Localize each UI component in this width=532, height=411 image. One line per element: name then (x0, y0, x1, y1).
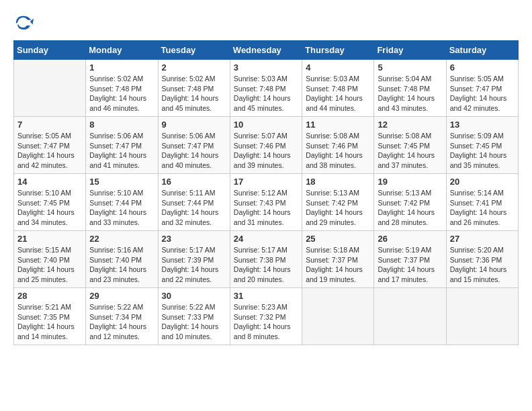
day-number: 15 (89, 177, 154, 187)
sunset-text: Sunset: 7:43 PM (234, 198, 298, 208)
day-number: 16 (162, 177, 226, 187)
sunset-text: Sunset: 7:39 PM (162, 255, 226, 265)
sunset-text: Sunset: 7:45 PM (17, 198, 82, 208)
calendar-cell: 4 Sunrise: 5:03 AM Sunset: 7:48 PM Dayli… (302, 60, 374, 117)
daylight-text: Daylight: 14 hours (234, 93, 298, 103)
calendar-week-3: 14 Sunrise: 5:10 AM Sunset: 7:45 PM Dayl… (14, 174, 519, 231)
sunset-text: Sunset: 7:48 PM (162, 84, 226, 94)
minutes-text: and 38 minutes. (306, 161, 370, 171)
sunset-text: Sunset: 7:44 PM (89, 198, 154, 208)
sunrise-text: Sunrise: 5:10 AM (17, 188, 82, 198)
sunset-text: Sunset: 7:40 PM (17, 255, 82, 265)
sunrise-text: Sunrise: 5:06 AM (89, 131, 154, 141)
daylight-text: Daylight: 14 hours (17, 150, 82, 161)
day-number: 2 (162, 62, 226, 73)
daylight-text: Daylight: 14 hours (306, 150, 370, 161)
day-number: 14 (17, 177, 82, 187)
daylight-text: Daylight: 14 hours (234, 265, 298, 275)
sunrise-text: Sunrise: 5:09 AM (450, 131, 515, 141)
sunset-text: Sunset: 7:47 PM (17, 141, 82, 151)
calendar-week-4: 21 Sunrise: 5:15 AM Sunset: 7:40 PM Dayl… (14, 231, 519, 288)
calendar-cell: 23 Sunrise: 5:17 AM Sunset: 7:39 PM Dayl… (158, 231, 230, 288)
sunrise-text: Sunrise: 5:07 AM (234, 131, 298, 141)
minutes-text: and 34 minutes. (17, 218, 82, 228)
day-number: 17 (234, 177, 298, 187)
sunset-text: Sunset: 7:48 PM (89, 84, 154, 94)
header-saturday: Saturday (446, 41, 518, 60)
sunset-text: Sunset: 7:33 PM (162, 312, 226, 322)
minutes-text: and 8 minutes. (234, 332, 298, 342)
day-number: 18 (306, 177, 370, 187)
sunrise-text: Sunrise: 5:20 AM (450, 245, 515, 255)
daylight-text: Daylight: 14 hours (162, 208, 226, 218)
calendar-cell: 30 Sunrise: 5:22 AM Sunset: 7:33 PM Dayl… (158, 288, 230, 345)
day-number: 26 (378, 234, 442, 244)
day-number: 12 (378, 120, 442, 130)
calendar-week-1: 1 Sunrise: 5:02 AM Sunset: 7:48 PM Dayli… (14, 60, 519, 117)
sunset-text: Sunset: 7:37 PM (306, 255, 370, 265)
sunset-text: Sunset: 7:42 PM (378, 198, 442, 208)
daylight-text: Daylight: 14 hours (378, 265, 442, 275)
day-number: 28 (17, 291, 82, 301)
daylight-text: Daylight: 14 hours (89, 208, 154, 218)
calendar-cell: 3 Sunrise: 5:03 AM Sunset: 7:48 PM Dayli… (230, 60, 302, 117)
calendar-cell: 17 Sunrise: 5:12 AM Sunset: 7:43 PM Dayl… (230, 174, 302, 231)
sunset-text: Sunset: 7:45 PM (378, 141, 442, 151)
daylight-text: Daylight: 14 hours (234, 208, 298, 218)
sunset-text: Sunset: 7:45 PM (450, 141, 515, 151)
sunrise-text: Sunrise: 5:22 AM (162, 302, 226, 312)
day-number: 4 (306, 62, 370, 73)
minutes-text: and 15 minutes. (450, 275, 515, 285)
calendar-cell: 9 Sunrise: 5:06 AM Sunset: 7:47 PM Dayli… (158, 117, 230, 174)
sunrise-text: Sunrise: 5:23 AM (234, 302, 298, 312)
calendar-cell: 19 Sunrise: 5:13 AM Sunset: 7:42 PM Dayl… (374, 174, 446, 231)
sunset-text: Sunset: 7:47 PM (162, 141, 226, 151)
daylight-text: Daylight: 14 hours (234, 322, 298, 332)
day-number: 31 (234, 291, 298, 301)
day-number: 1 (89, 62, 154, 73)
minutes-text: and 22 minutes. (162, 275, 226, 285)
sunset-text: Sunset: 7:38 PM (234, 255, 298, 265)
minutes-text: and 14 minutes. (17, 332, 82, 342)
calendar-cell (302, 288, 374, 345)
calendar-week-2: 7 Sunrise: 5:05 AM Sunset: 7:47 PM Dayli… (14, 117, 519, 174)
sunrise-text: Sunrise: 5:05 AM (17, 131, 82, 141)
page-header (13, 13, 519, 34)
sunset-text: Sunset: 7:44 PM (162, 198, 226, 208)
minutes-text: and 46 minutes. (89, 103, 154, 113)
sunrise-text: Sunrise: 5:08 AM (378, 131, 442, 141)
sunrise-text: Sunrise: 5:06 AM (162, 131, 226, 141)
sunrise-text: Sunrise: 5:14 AM (450, 188, 515, 198)
daylight-text: Daylight: 14 hours (89, 265, 154, 275)
daylight-text: Daylight: 14 hours (450, 93, 515, 103)
minutes-text: and 19 minutes. (306, 275, 370, 285)
calendar-cell: 22 Sunrise: 5:16 AM Sunset: 7:40 PM Dayl… (86, 231, 158, 288)
calendar-cell: 16 Sunrise: 5:11 AM Sunset: 7:44 PM Dayl… (158, 174, 230, 231)
minutes-text: and 40 minutes. (162, 161, 226, 171)
calendar-table: SundayMondayTuesdayWednesdayThursdayFrid… (13, 40, 519, 345)
minutes-text: and 17 minutes. (378, 275, 442, 285)
daylight-text: Daylight: 14 hours (450, 150, 515, 161)
sunrise-text: Sunrise: 5:15 AM (17, 245, 82, 255)
header-wednesday: Wednesday (230, 41, 302, 60)
day-number: 27 (450, 234, 515, 244)
sunrise-text: Sunrise: 5:13 AM (378, 188, 442, 198)
minutes-text: and 25 minutes. (17, 275, 82, 285)
daylight-text: Daylight: 14 hours (450, 208, 515, 218)
sunset-text: Sunset: 7:48 PM (234, 84, 298, 94)
calendar-cell (14, 60, 86, 117)
minutes-text: and 45 minutes. (234, 103, 298, 113)
minutes-text: and 10 minutes. (162, 332, 226, 342)
sunrise-text: Sunrise: 5:21 AM (17, 302, 82, 312)
minutes-text: and 43 minutes. (378, 103, 442, 113)
sunset-text: Sunset: 7:48 PM (378, 84, 442, 94)
day-number: 5 (378, 62, 442, 73)
calendar-cell: 15 Sunrise: 5:10 AM Sunset: 7:44 PM Dayl… (86, 174, 158, 231)
daylight-text: Daylight: 14 hours (378, 208, 442, 218)
minutes-text: and 20 minutes. (234, 275, 298, 285)
day-number: 19 (378, 177, 442, 187)
sunrise-text: Sunrise: 5:11 AM (162, 188, 226, 198)
sunrise-text: Sunrise: 5:05 AM (450, 74, 515, 84)
minutes-text: and 44 minutes. (306, 103, 370, 113)
minutes-text: and 39 minutes. (234, 161, 298, 171)
